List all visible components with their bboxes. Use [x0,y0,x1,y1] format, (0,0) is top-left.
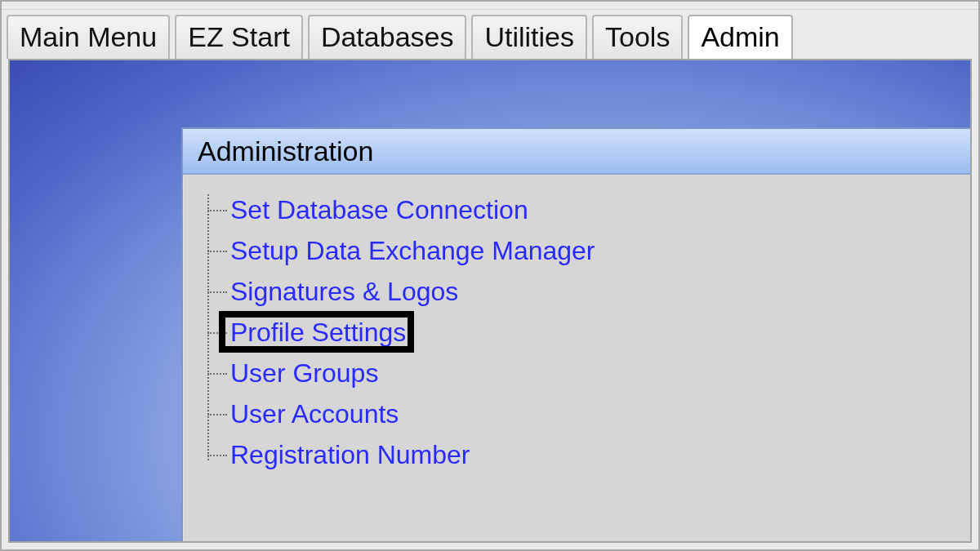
panel-body: Set Database Connection Setup Data Excha… [183,175,972,485]
tree-item-profile-settings: Profile Settings [227,312,970,353]
tab-ez-start[interactable]: EZ Start [175,15,303,59]
tree-branch-line [207,251,227,252]
administration-panel: Administration Set Database Connection S… [181,127,972,543]
tree-item-signatures-logos: Signatures & Logos [227,271,970,312]
tree-branch-line [207,332,227,334]
window-top-strip [2,2,978,10]
tree-branch-line [207,414,227,415]
tab-label: Main Menu [20,21,157,52]
tab-main-menu[interactable]: Main Menu [7,15,170,59]
tree-item-user-accounts: User Accounts [227,393,970,434]
tab-label: Admin [701,21,779,52]
tree-item-setup-data-exchange-manager: Setup Data Exchange Manager [227,230,970,271]
tree-item-set-database-connection: Set Database Connection [227,189,970,230]
tree-item-user-groups: User Groups [227,353,970,393]
tab-tools[interactable]: Tools [592,15,683,59]
link-user-groups[interactable]: User Groups [227,357,381,390]
tab-label: Tools [605,21,670,52]
tab-label: EZ Start [188,21,290,52]
tab-admin[interactable]: Admin [688,15,792,60]
tree-branch-line [207,291,227,293]
link-registration-number[interactable]: Registration Number [227,438,473,472]
app-window: Main Menu EZ Start Databases Utilities T… [0,0,980,551]
tab-databases[interactable]: Databases [308,15,467,59]
link-profile-settings[interactable]: Profile Settings [227,316,409,349]
tab-label: Databases [321,21,454,52]
panel-title-text: Administration [198,136,373,167]
content-stage: Administration Set Database Connection S… [8,59,972,543]
panel-title: Administration [183,129,972,175]
link-signatures-logos[interactable]: Signatures & Logos [227,275,461,309]
tree-branch-line [207,455,227,456]
main-tabbar: Main Menu EZ Start Databases Utilities T… [2,10,978,59]
link-setup-data-exchange-manager[interactable]: Setup Data Exchange Manager [227,234,599,268]
tab-utilities[interactable]: Utilities [471,15,587,59]
admin-tree: Set Database Connection Setup Data Excha… [193,189,970,475]
link-set-database-connection[interactable]: Set Database Connection [227,193,532,227]
tab-label: Utilities [484,21,574,52]
tree-trunk-line [207,194,209,460]
tree-branch-line [207,373,227,375]
tree-item-registration-number: Registration Number [227,434,970,475]
tree-branch-line [207,210,227,211]
link-user-accounts[interactable]: User Accounts [227,398,402,431]
